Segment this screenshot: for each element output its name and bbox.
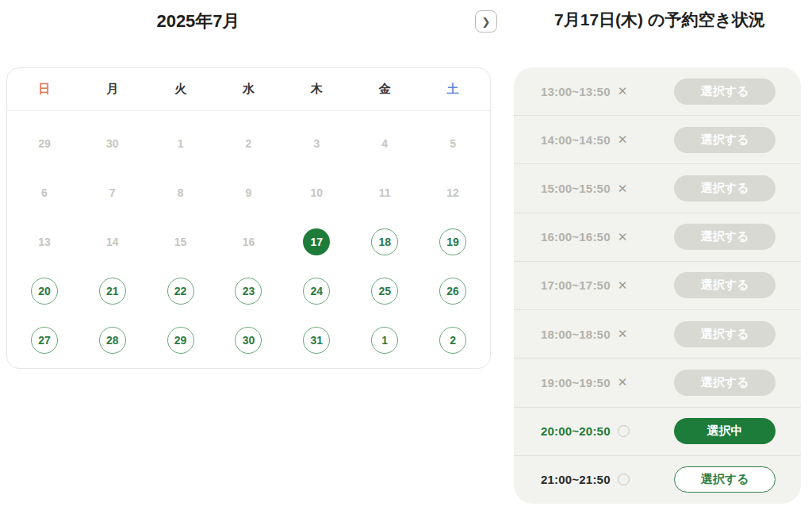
circle-glyph xyxy=(618,425,630,437)
slot-time: 20:00~20:50 xyxy=(541,424,611,438)
day-cell: 27 xyxy=(10,316,79,365)
slot-time: 14:00~14:50 xyxy=(541,133,611,147)
slot-time: 16:00~16:50 xyxy=(541,230,611,243)
chevron-right-icon: ❯ xyxy=(482,16,491,28)
day-15: 15 xyxy=(167,228,194,255)
cross-icon: ✕ xyxy=(618,132,628,147)
cross-glyph: ✕ xyxy=(618,327,628,341)
day-cell: 15 xyxy=(147,217,215,267)
day-2: 2 xyxy=(235,130,262,157)
time-slot-row: 15:00~15:50✕選択する xyxy=(514,163,801,212)
day-31[interactable]: 31 xyxy=(303,327,330,354)
day-cell: 10 xyxy=(282,168,350,217)
day-cell: 19 xyxy=(419,217,487,267)
cross-glyph: ✕ xyxy=(618,182,628,196)
day-4: 4 xyxy=(371,130,398,157)
day-26[interactable]: 26 xyxy=(439,278,466,305)
weekday-label: 日 xyxy=(10,82,79,97)
day-13: 13 xyxy=(31,228,58,255)
time-slot-row: 17:00~17:50✕選択する xyxy=(514,261,801,309)
cross-icon: ✕ xyxy=(618,375,628,389)
day-cell: 1 xyxy=(350,316,419,365)
day-25[interactable]: 25 xyxy=(371,278,398,305)
day-22[interactable]: 22 xyxy=(167,278,194,305)
day-30[interactable]: 30 xyxy=(235,327,262,354)
day-19[interactable]: 19 xyxy=(439,228,466,255)
day-30: 30 xyxy=(99,130,126,157)
day-27[interactable]: 27 xyxy=(31,327,58,354)
select-button: 選択する xyxy=(674,272,776,298)
day-cell: 3 xyxy=(282,119,350,168)
day-11: 11 xyxy=(371,179,398,206)
select-button: 選択する xyxy=(674,370,776,396)
day-cell: 1 xyxy=(147,119,215,168)
cross-icon: ✕ xyxy=(618,182,628,196)
day-cell: 23 xyxy=(215,267,283,316)
time-slot-row: 18:00~18:50✕選択する xyxy=(514,309,801,358)
day-cell: 9 xyxy=(215,168,283,217)
day-cell: 25 xyxy=(350,267,419,316)
slot-time: 21:00~21:50 xyxy=(541,473,611,486)
weekday-label: 土 xyxy=(419,82,487,97)
time-slot-row: 16:00~16:50✕選択する xyxy=(514,213,801,261)
day-cell: 6 xyxy=(10,168,79,217)
day-3: 3 xyxy=(303,130,330,157)
day-cell: 2 xyxy=(419,316,487,365)
day-cell: 7 xyxy=(79,168,147,217)
slot-time: 13:00~13:50 xyxy=(541,85,611,98)
day-29[interactable]: 29 xyxy=(167,327,194,354)
calendar-month-title: 2025年7月 xyxy=(0,10,396,33)
time-slot-row: 21:00~21:50選択する xyxy=(514,455,801,504)
day-2[interactable]: 2 xyxy=(439,327,466,354)
weekday-label: 金 xyxy=(350,82,419,97)
day-9: 9 xyxy=(235,179,262,206)
day-cell: 31 xyxy=(282,316,350,365)
day-cell: 29 xyxy=(10,119,79,168)
circle-icon xyxy=(618,425,630,437)
day-cell: 8 xyxy=(147,168,215,217)
day-14: 14 xyxy=(99,228,126,255)
slot-time: 18:00~18:50 xyxy=(541,328,611,341)
slot-time: 17:00~17:50 xyxy=(541,278,611,292)
day-6: 6 xyxy=(31,179,58,206)
day-21[interactable]: 21 xyxy=(99,278,126,305)
day-23[interactable]: 23 xyxy=(235,278,262,305)
select-button: 選択する xyxy=(674,79,776,105)
day-cell: 13 xyxy=(10,217,79,267)
circle-glyph xyxy=(618,474,630,485)
availability-panel: 13:00~13:50✕選択する14:00~14:50✕選択する15:00~15… xyxy=(514,67,801,504)
day-cell: 5 xyxy=(419,119,487,168)
selected-button[interactable]: 選択中 xyxy=(674,418,776,444)
cross-glyph: ✕ xyxy=(618,230,628,244)
day-17[interactable]: 17 xyxy=(303,228,330,255)
select-button[interactable]: 選択する xyxy=(674,466,776,493)
weekday-label: 火 xyxy=(147,82,215,97)
day-10: 10 xyxy=(303,179,330,206)
day-16: 16 xyxy=(235,228,262,255)
select-button: 選択する xyxy=(674,127,776,153)
slot-time: 15:00~15:50 xyxy=(541,182,611,195)
day-cell: 4 xyxy=(350,119,419,168)
weekday-label: 木 xyxy=(282,82,350,97)
cross-glyph: ✕ xyxy=(618,132,628,147)
day-24[interactable]: 24 xyxy=(303,278,330,305)
day-cell: 28 xyxy=(79,316,147,365)
day-5: 5 xyxy=(439,130,466,157)
next-month-button[interactable]: ❯ xyxy=(475,10,497,33)
day-cell: 24 xyxy=(282,267,350,316)
day-1[interactable]: 1 xyxy=(371,327,398,354)
day-cell: 12 xyxy=(419,168,487,217)
time-slot-row: 14:00~14:50✕選択する xyxy=(514,115,801,163)
day-28[interactable]: 28 xyxy=(99,327,126,354)
day-cell: 14 xyxy=(79,217,147,267)
day-cell: 20 xyxy=(10,267,79,316)
day-cell: 18 xyxy=(350,217,419,267)
weekday-row: 日月火水木金土 xyxy=(7,68,490,111)
day-20[interactable]: 20 xyxy=(31,278,58,305)
day-cell: 30 xyxy=(215,316,283,365)
circle-icon xyxy=(618,474,630,485)
day-18[interactable]: 18 xyxy=(371,228,398,255)
day-cell: 16 xyxy=(215,217,283,267)
time-slot-row: 20:00~20:50選択中 xyxy=(514,407,801,455)
cross-icon: ✕ xyxy=(618,327,628,341)
